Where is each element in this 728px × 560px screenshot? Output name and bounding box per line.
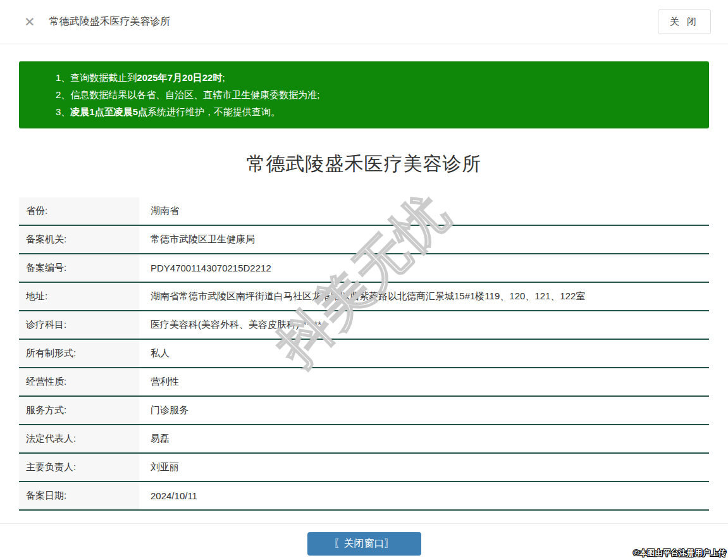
main-content: 1、查询数据截止到2025年7月20日22时; 2、信息数据结果以各省、自治区、… — [0, 61, 728, 511]
table-row-filing-authority: 备案机关: 常德市武陵区卫生健康局 — [19, 226, 709, 254]
row-label: 服务方式: — [19, 397, 139, 424]
row-label: 备案机关: — [19, 226, 139, 253]
notice-line-3-num: 3、 — [56, 106, 70, 117]
row-label: 经营性质: — [19, 368, 139, 395]
row-label: 主要负责人: — [19, 454, 139, 481]
table-row-service-mode: 服务方式: 门诊服务 — [19, 397, 709, 425]
notice-box: 1、查询数据截止到2025年7月20日22时; 2、信息数据结果以各省、自治区、… — [19, 61, 709, 128]
table-row-legal-representative: 法定代表人: 易磊 — [19, 425, 709, 454]
record-table: 省份: 湖南省 备案机关: 常德市武陵区卫生健康局 备案编号: PDY47001… — [19, 197, 709, 511]
notice-line-2-text: 信息数据结果以各省、自治区、直辖市卫生健康委数据为准; — [70, 89, 319, 100]
row-label: 省份: — [19, 197, 139, 225]
table-row-address: 地址: 湖南省常德市武陵区南坪街道白马社区龙港路以西紫菱路以北德商汇景城15#1… — [19, 283, 709, 311]
row-value: 湖南省常德市武陵区南坪街道白马社区龙港路以西紫菱路以北德商汇景城15#1楼119… — [139, 283, 709, 310]
row-label: 所有制形式: — [19, 340, 139, 367]
row-label: 法定代表人: — [19, 425, 139, 452]
table-row-filing-date: 备案日期: 2024/10/11 — [19, 482, 709, 511]
notice-line-3-bold: 凌晨1点至凌晨5点 — [70, 106, 147, 117]
window-title: 常德武陵盛禾医疗美容诊所 — [49, 15, 658, 28]
row-value: 2024/10/11 — [139, 482, 709, 509]
row-value: 湖南省 — [139, 197, 709, 225]
close-window-button[interactable]: 〖关闭窗口〗 — [307, 532, 421, 556]
notice-line-1-post: ; — [222, 72, 225, 83]
row-value: 门诊服务 — [139, 397, 709, 424]
header-bar: ✕ 常德武陵盛禾医疗美容诊所 关 闭 — [0, 0, 728, 44]
notice-line-1-text: 查询数据截止到 — [70, 72, 137, 83]
row-value: 常德市武陵区卫生健康局 — [139, 226, 709, 253]
table-row-ownership: 所有制形式: 私人 — [19, 340, 709, 368]
notice-line-3-post: 系统进行维护，不能提供查询。 — [147, 106, 280, 117]
row-value: PDY47001143070215D2212 — [139, 254, 709, 282]
row-value: 营利性 — [139, 368, 709, 395]
notice-line-1-num: 1、 — [56, 72, 70, 83]
table-row-medical-subjects: 诊疗科目: 医疗美容科(美容外科、美容皮肤科)****** — [19, 311, 709, 340]
row-label: 地址: — [19, 283, 139, 310]
notice-line-2: 2、信息数据结果以各省、自治区、直辖市卫生健康委数据为准; — [56, 86, 696, 103]
table-row-person-in-charge: 主要负责人: 刘亚丽 — [19, 454, 709, 482]
notice-line-1-bold: 2025年7月20日22时 — [137, 72, 222, 83]
notice-line-1: 1、查询数据截止到2025年7月20日22时; — [56, 69, 696, 86]
row-value: 医疗美容科(美容外科、美容皮肤科)****** — [139, 311, 709, 339]
close-x-icon[interactable]: ✕ — [24, 15, 35, 28]
notice-line-2-num: 2、 — [56, 89, 70, 100]
notice-line-3: 3、凌晨1点至凌晨5点系统进行维护，不能提供查询。 — [56, 103, 696, 120]
table-row-filing-number: 备案编号: PDY47001143070215D2212 — [19, 254, 709, 283]
row-label: 备案日期: — [19, 482, 139, 509]
page-title: 常德武陵盛禾医疗美容诊所 — [19, 151, 709, 177]
row-label: 诊疗科目: — [19, 311, 139, 339]
footer-bar: 〖关闭窗口〗 — [0, 523, 728, 560]
table-row-province: 省份: 湖南省 — [19, 197, 709, 226]
table-row-business-nature: 经营性质: 营利性 — [19, 368, 709, 397]
close-button[interactable]: 关 闭 — [658, 9, 711, 34]
row-value: 易磊 — [139, 425, 709, 452]
row-value: 私人 — [139, 340, 709, 367]
row-label: 备案编号: — [19, 254, 139, 282]
row-value: 刘亚丽 — [139, 454, 709, 481]
